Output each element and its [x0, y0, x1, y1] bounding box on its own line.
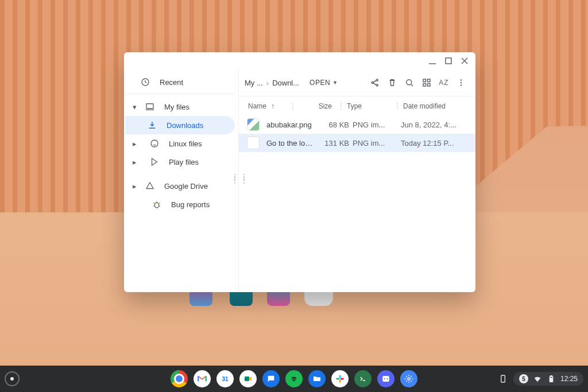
window-titlebar [124, 52, 475, 69]
header-date[interactable]: Date modified [403, 102, 466, 110]
svg-point-25 [386, 378, 388, 379]
dropdown-icon: ▼ [332, 80, 338, 86]
svg-point-26 [408, 378, 410, 380]
sidebar-item-bugreports[interactable]: Bug reports [125, 195, 235, 214]
svg-rect-20 [339, 375, 341, 378]
app-calendar[interactable]: 31 [216, 370, 234, 387]
drive-icon [145, 181, 155, 191]
column-resize-handle[interactable]: ⋮ [392, 102, 403, 110]
sidebar: Recent ▾ My files Downloads ▸ Linux file… [124, 69, 239, 292]
breadcrumb-downloads[interactable]: Downl... [272, 79, 299, 87]
sidebar-item-play[interactable]: ▸ Play files [125, 153, 235, 171]
svg-rect-23 [341, 378, 344, 380]
file-type: PNG im... [353, 121, 401, 129]
sidebar-item-label: Google Drive [164, 182, 208, 191]
more-menu-button[interactable] [452, 74, 470, 91]
sidebar-item-label: Recent [160, 78, 183, 87]
file-name: Go to the location of the file you... [266, 139, 316, 148]
sidebar-item-label: Play files [169, 158, 199, 166]
chevron-right-icon: › [266, 79, 269, 87]
svg-rect-29 [551, 376, 552, 377]
file-type: PNG im... [353, 139, 401, 148]
app-spotify[interactable] [285, 370, 303, 387]
column-headers: Name ↑ ⋮ Size ⋮ Type ⋮ Date modified [239, 96, 475, 115]
file-size: 68 KB [316, 121, 353, 129]
svg-point-18 [461, 84, 462, 86]
app-meet[interactable] [239, 370, 257, 387]
svg-rect-13 [428, 79, 431, 82]
files-app-window: Recent ▾ My files Downloads ▸ Linux file… [124, 52, 475, 292]
header-type[interactable]: Type [347, 102, 392, 110]
column-resize-handle[interactable]: ⋮ [287, 102, 299, 110]
main-panel: ⋮⋮⋮⋮ My ... › Downl... OPEN ▼ AZ [239, 69, 475, 292]
app-settings[interactable] [400, 370, 417, 387]
sidebar-resize-handle[interactable]: ⋮⋮⋮⋮ [231, 175, 249, 182]
app-chrome[interactable] [171, 370, 188, 387]
file-size: 131 KB [316, 139, 353, 148]
svg-rect-12 [423, 79, 426, 82]
open-label: OPEN [310, 79, 330, 87]
file-row[interactable]: abubakar.png 68 KB PNG im... Jun 8, 2022… [239, 115, 475, 134]
shelf-apps: 31 [171, 370, 417, 387]
breadcrumb-myfiles[interactable]: My ... [245, 79, 263, 87]
svg-point-9 [376, 79, 378, 81]
sidebar-item-label: Bug reports [171, 200, 210, 209]
file-name: abubakar.png [266, 121, 316, 129]
sidebar-item-label: My files [164, 103, 189, 111]
toolbar: My ... › Downl... OPEN ▼ AZ [239, 69, 475, 96]
app-discord[interactable] [377, 370, 394, 387]
svg-rect-5 [146, 104, 153, 108]
svg-point-6 [151, 140, 158, 147]
close-button[interactable] [461, 57, 469, 65]
file-thumbnail [247, 118, 260, 131]
file-list: abubakar.png 68 KB PNG im... Jun 8, 2022… [239, 115, 475, 152]
shelf: 31 5 12:25 [0, 366, 588, 392]
minimize-button[interactable] [428, 57, 436, 65]
file-thumbnail [247, 137, 260, 149]
app-gmail[interactable] [194, 370, 211, 387]
caret-right-icon: ▸ [131, 182, 138, 191]
status-pill[interactable]: 5 12:25 [513, 372, 583, 386]
svg-point-10 [376, 84, 378, 86]
svg-rect-14 [423, 84, 426, 87]
battery-icon [547, 374, 556, 383]
notification-count: 5 [519, 374, 528, 383]
header-name[interactable]: Name [248, 102, 266, 110]
share-button[interactable] [366, 74, 384, 91]
system-tray[interactable]: 5 12:25 [498, 372, 583, 386]
search-button[interactable] [401, 74, 418, 91]
phone-hub-icon[interactable] [498, 374, 508, 383]
sidebar-item-drive[interactable]: ▸ Google Drive [125, 177, 235, 195]
sidebar-item-recent[interactable]: Recent [125, 73, 235, 91]
maximize-button[interactable] [444, 57, 452, 65]
sidebar-item-linux[interactable]: ▸ Linux files [125, 134, 235, 153]
svg-rect-27 [501, 375, 505, 382]
sort-button[interactable]: AZ [435, 74, 452, 91]
breadcrumb: My ... › Downl... [245, 79, 299, 87]
app-terminal[interactable] [354, 370, 372, 387]
svg-point-8 [372, 82, 373, 84]
sidebar-item-downloads[interactable]: Downloads [125, 116, 235, 134]
clock: 12:25 [560, 375, 578, 383]
grid-view-button[interactable] [418, 74, 435, 91]
app-files[interactable] [308, 370, 326, 387]
download-icon [147, 120, 157, 130]
header-size[interactable]: Size [299, 102, 335, 110]
caret-right-icon: ▸ [131, 158, 138, 166]
svg-rect-30 [550, 378, 552, 382]
file-row[interactable]: Go to the location of the file you... 13… [239, 134, 475, 152]
file-date: Jun 8, 2022, 4:... [401, 121, 466, 129]
open-menu-button[interactable]: OPEN ▼ [310, 79, 338, 87]
sidebar-separator [125, 94, 235, 94]
svg-point-16 [461, 79, 462, 80]
delete-button[interactable] [384, 74, 401, 91]
sidebar-item-myfiles[interactable]: ▾ My files [125, 98, 235, 116]
file-date: Today 12:15 P... [401, 139, 466, 148]
bug-icon [152, 199, 162, 209]
svg-point-11 [407, 80, 412, 85]
app-slack[interactable] [331, 370, 349, 387]
wifi-icon [533, 374, 542, 383]
launcher-button[interactable] [5, 371, 20, 386]
column-resize-handle[interactable]: ⋮ [335, 102, 347, 110]
app-messages[interactable] [262, 370, 280, 387]
